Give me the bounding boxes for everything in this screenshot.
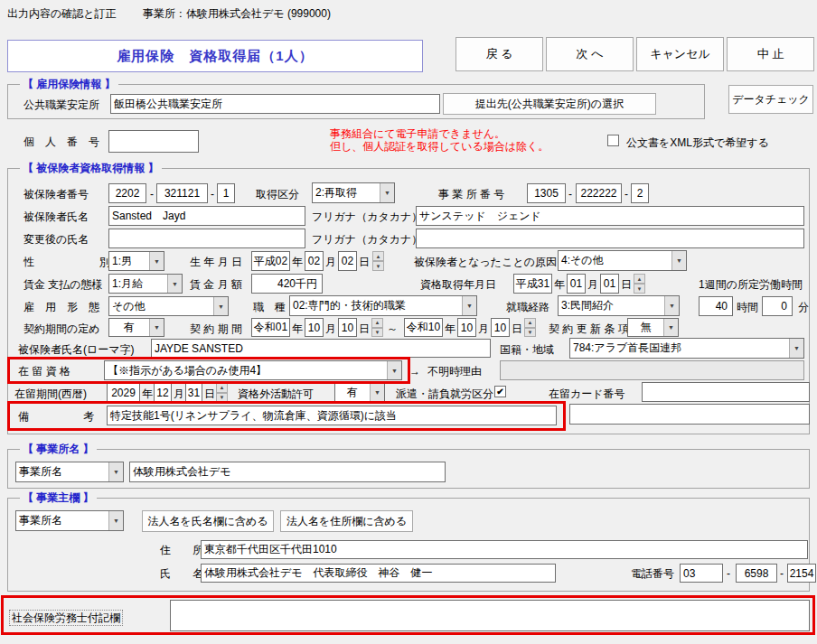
period-to-month-input[interactable]: 10 xyxy=(457,318,476,337)
office-number-part3[interactable]: 2 xyxy=(631,183,649,203)
employer-name-input[interactable]: 体験用株式会社デモ 代表取締役 神谷 健一 xyxy=(201,564,556,583)
spin-down-icon[interactable]: ▼ xyxy=(216,393,228,403)
birth-month-input[interactable]: 02 xyxy=(305,251,324,271)
hello-work-input[interactable]: 飯田橋公共職業安定所 xyxy=(110,94,440,114)
data-check-button[interactable]: データチェック xyxy=(728,85,813,114)
activity-permission-select[interactable]: 有 ▼ xyxy=(334,382,385,402)
office-name-select[interactable]: 事業所名 ▼ xyxy=(15,462,124,482)
insured-number-part2[interactable]: 321121 xyxy=(156,183,208,203)
spin-up-icon[interactable]: ▲ xyxy=(372,251,384,261)
chevron-down-icon[interactable]: ▼ xyxy=(664,296,679,315)
sex-select[interactable]: 1:男 ▼ xyxy=(108,251,164,271)
include-corp-name-button[interactable]: 法人名を氏名欄に含める xyxy=(142,510,274,532)
chevron-down-icon[interactable]: ▼ xyxy=(789,339,803,358)
insured-number-part3[interactable]: 1 xyxy=(217,183,235,203)
period-from-month-input[interactable]: 10 xyxy=(305,318,324,337)
birth-date-spinner[interactable]: ▲ ▼ xyxy=(372,251,384,271)
weekly-minutes-input[interactable]: 0 xyxy=(762,296,793,316)
chevron-down-icon[interactable]: ▼ xyxy=(671,251,686,270)
unit-year: 年 xyxy=(554,278,565,291)
contract-term-select[interactable]: 有 ▼ xyxy=(108,318,164,337)
employment-type-select[interactable]: その他 ▼ xyxy=(108,296,229,316)
dispatch-checkbox[interactable]: ✔ xyxy=(494,386,506,397)
chevron-down-icon[interactable]: ▼ xyxy=(108,462,123,481)
chevron-down-icon[interactable]: ▼ xyxy=(663,319,678,336)
chevron-down-icon[interactable]: ▼ xyxy=(108,511,123,530)
residence-period-label: 在留期間(西暦) xyxy=(14,387,87,400)
submit-office-select-button[interactable]: 提出先(公共職業安定所)の選択 xyxy=(443,93,656,115)
period-from-day-input[interactable]: 10 xyxy=(338,318,357,337)
period-to-day-input[interactable]: 10 xyxy=(491,318,510,337)
birth-era-input[interactable]: 平成02 xyxy=(251,251,290,271)
wage-type-select[interactable]: 1:月給 ▼ xyxy=(108,274,183,294)
wage-amount-input[interactable]: 420千円 xyxy=(251,274,323,294)
weekly-hours-input[interactable]: 40 xyxy=(699,296,733,316)
changed-name-input[interactable] xyxy=(108,229,305,248)
chevron-down-icon[interactable]: ▼ xyxy=(149,319,164,336)
chevron-down-icon[interactable]: ▼ xyxy=(167,275,182,293)
unknown-reason-input[interactable] xyxy=(500,360,804,380)
spin-down-icon[interactable]: ▼ xyxy=(371,328,383,338)
employer-name-select[interactable]: 事業所名 ▼ xyxy=(15,510,124,531)
period-from-spinner[interactable]: ▲ ▼ xyxy=(371,318,383,337)
office-name-input[interactable]: 体験用株式会社デモ xyxy=(129,462,446,482)
stay-month-input[interactable]: 12 xyxy=(154,383,172,402)
chevron-down-icon[interactable]: ▼ xyxy=(213,297,228,315)
phone-part2-input[interactable]: 6598 xyxy=(736,564,777,583)
spin-up-icon[interactable]: ▲ xyxy=(524,318,536,328)
insured-kana-input[interactable]: サンステッド ジェンド xyxy=(416,206,804,226)
xml-checkbox[interactable] xyxy=(607,135,619,146)
period-to-era-input[interactable]: 令和10 xyxy=(404,318,443,337)
changed-kana-input[interactable] xyxy=(416,229,804,248)
spin-down-icon[interactable]: ▼ xyxy=(634,284,645,294)
address-input[interactable]: 東京都千代田区千代田1010 xyxy=(201,540,808,559)
employment-route-select[interactable]: 3:民間紹介 ▼ xyxy=(558,295,680,316)
sr-note-input[interactable]: 17条付記 使用ソフトに【※指示がある場合のみ使用5】がないため【※指示がある場… xyxy=(170,600,810,631)
spin-up-icon[interactable]: ▲ xyxy=(634,274,645,284)
acq-month-input[interactable]: 01 xyxy=(567,274,586,294)
stay-date-spinner[interactable]: ▲ ▼ xyxy=(216,383,228,402)
insured-name-input[interactable]: Sansted Jayd xyxy=(108,206,305,226)
stay-year-input[interactable]: 2029 xyxy=(107,383,140,402)
back-button[interactable]: 戻 る xyxy=(455,37,543,71)
stay-day-input[interactable]: 31 xyxy=(185,383,202,402)
changed-name-label: 変更後の氏名 xyxy=(23,233,89,246)
spin-down-icon[interactable]: ▼ xyxy=(372,261,384,271)
chevron-down-icon[interactable]: ▼ xyxy=(462,296,476,315)
stop-button[interactable]: 中 止 xyxy=(727,37,814,71)
chevron-down-icon[interactable]: ▼ xyxy=(370,383,384,401)
birth-day-input[interactable]: 02 xyxy=(338,251,357,271)
activity-permission-label: 資格外活動許可 xyxy=(238,387,314,400)
personal-number-input[interactable] xyxy=(108,130,199,153)
period-from-era-input[interactable]: 令和01 xyxy=(251,318,290,337)
residence-card-input[interactable] xyxy=(642,382,810,402)
phone-part3-input[interactable]: 2154 xyxy=(787,564,816,583)
chevron-down-icon[interactable]: ▼ xyxy=(380,183,394,202)
period-to-spinner[interactable]: ▲ ▼ xyxy=(524,318,536,337)
spin-up-icon[interactable]: ▲ xyxy=(216,383,228,393)
acq-era-input[interactable]: 平成31 xyxy=(513,274,552,294)
next-button[interactable]: 次 へ xyxy=(546,37,634,71)
acquisition-class-select[interactable]: 2:再取得 ▼ xyxy=(312,182,395,203)
office-number-part2[interactable]: 222222 xyxy=(576,183,622,203)
office-number-part1[interactable]: 1305 xyxy=(527,183,566,203)
chevron-down-icon[interactable]: ▼ xyxy=(149,252,164,270)
insured-number-part1[interactable]: 2202 xyxy=(108,183,146,203)
acq-day-input[interactable]: 01 xyxy=(600,274,619,294)
became-reason-select[interactable]: 4:その他 ▼ xyxy=(558,250,687,271)
unit-day: 日 xyxy=(204,387,215,400)
cancel-button[interactable]: キャンセル xyxy=(636,37,724,71)
phone-part1-input[interactable]: 03 xyxy=(680,564,723,583)
include-corp-address-button[interactable]: 法人名を住所欄に含める xyxy=(280,510,413,532)
residence-status-select[interactable]: 【※指示がある場合のみ使用4】 ▼ xyxy=(104,360,402,380)
remarks-input[interactable]: 特定技能1号(リネンサプライ、物流倉庫、資源循環)に該当 xyxy=(107,406,557,425)
remarks-extra-input[interactable] xyxy=(569,404,810,425)
nationality-select[interactable]: 784:アラブ首長国連邦 ▼ xyxy=(569,338,804,359)
spin-down-icon[interactable]: ▼ xyxy=(524,328,536,338)
contract-renewal-select[interactable]: 無 ▼ xyxy=(627,318,679,337)
roman-name-input[interactable]: JAYDE SANSTED xyxy=(151,339,491,358)
chevron-down-icon[interactable]: ▼ xyxy=(387,361,401,379)
occupation-select[interactable]: 02:専門的・技術的職業 ▼ xyxy=(289,295,477,316)
spin-up-icon[interactable]: ▲ xyxy=(371,318,383,328)
acq-date-spinner[interactable]: ▲ ▼ xyxy=(634,274,645,294)
